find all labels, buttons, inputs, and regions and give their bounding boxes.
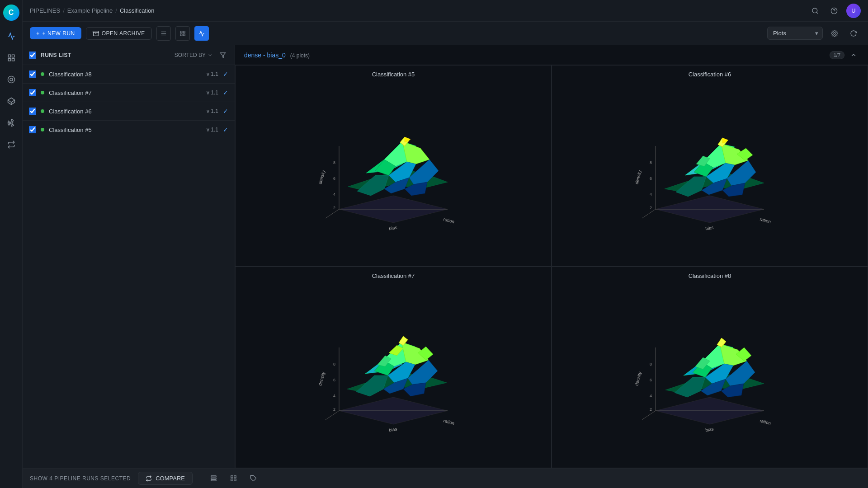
run-8-checkbox[interactable] <box>29 70 36 78</box>
runs-panel: RUNS LIST SORTED BY Classification #8 <box>23 45 235 468</box>
help-icon[interactable] <box>827 4 841 18</box>
run-6-version: v 1.1 <box>207 108 218 114</box>
plot-7-canvas: 2 4 6 8 bias ration density <box>236 281 551 468</box>
refresh-icon[interactable] <box>846 26 861 41</box>
run-6-status-dot <box>41 109 44 113</box>
run-8-status-dot <box>41 72 44 76</box>
filter-icon[interactable] <box>217 50 228 61</box>
plots-header: dense - bias_0 (4 plots) 1/7 <box>235 45 868 65</box>
sidebar-item-experiments[interactable] <box>5 52 18 64</box>
run-5-check-icon: ✓ <box>223 126 228 133</box>
svg-rect-2 <box>12 59 14 61</box>
app-logo[interactable]: C <box>3 5 19 21</box>
settings-icon[interactable] <box>827 26 842 41</box>
new-run-plus-icon: + <box>36 30 40 37</box>
plot-cell-classification-8[interactable]: Classification #8 <box>552 267 868 468</box>
breadcrumb-sep1: / <box>63 7 65 14</box>
svg-text:ration: ration <box>759 216 771 224</box>
svg-rect-20 <box>183 34 185 36</box>
svg-rect-127 <box>231 479 233 481</box>
bottom-grid-icon[interactable] <box>227 472 240 485</box>
plot-6-canvas: 2 4 6 8 bias ration density <box>552 80 868 266</box>
svg-text:8: 8 <box>650 362 652 366</box>
svg-rect-126 <box>234 479 236 481</box>
svg-line-10 <box>816 12 818 14</box>
svg-rect-13 <box>93 31 99 32</box>
svg-text:density: density <box>317 371 326 386</box>
plot-6-title: Classification #6 <box>552 66 868 80</box>
sidebar-item-plugins[interactable] <box>5 117 18 129</box>
view-grid-button[interactable] <box>175 26 190 41</box>
sidebar-item-pipelines[interactable] <box>5 30 18 42</box>
svg-text:density: density <box>317 169 326 184</box>
svg-rect-3 <box>8 59 10 61</box>
svg-text:ration: ration <box>443 418 455 426</box>
run-7-checkbox[interactable] <box>29 89 36 96</box>
sorted-by-label: SORTED BY <box>175 52 206 58</box>
run-7-name: Classification #7 <box>49 89 202 96</box>
runs-list-title: RUNS LIST <box>41 52 170 58</box>
svg-rect-121 <box>211 476 216 477</box>
toolbar-right: Plots Metrics Hyperparams <box>767 26 861 41</box>
run-5-checkbox[interactable] <box>29 126 36 133</box>
main-content: PIPELINES / Example Pipeline / Classific… <box>23 0 868 488</box>
open-archive-button[interactable]: OPEN ARCHIVE <box>86 27 152 40</box>
bottom-divider <box>200 473 200 484</box>
run-6-name: Classification #6 <box>49 108 202 115</box>
svg-line-113 <box>642 411 656 420</box>
run-5-version: v 1.1 <box>207 127 218 133</box>
runs-list-header: RUNS LIST SORTED BY <box>23 45 235 65</box>
compare-label: COMPARE <box>156 475 185 482</box>
run-item[interactable]: Classification #6 v 1.1 ✓ <box>23 102 235 121</box>
user-avatar[interactable]: U <box>846 4 861 18</box>
sidebar-item-datasets[interactable] <box>5 95 18 108</box>
sidebar-item-models[interactable] <box>5 73 18 86</box>
bottom-list-icon[interactable] <box>208 472 220 485</box>
sorted-by-chevron-icon <box>208 52 213 58</box>
svg-text:bias: bias <box>705 426 714 432</box>
run-item[interactable]: Classification #8 v 1.1 ✓ <box>23 65 235 84</box>
plot-cell-classification-6[interactable]: Classification #6 <box>552 65 868 267</box>
svg-point-5 <box>10 78 13 81</box>
svg-point-9 <box>812 8 817 13</box>
run-6-checkbox[interactable] <box>29 108 36 115</box>
svg-line-39 <box>326 209 339 218</box>
toolbar-left: + + NEW RUN OPEN ARCHIVE <box>30 26 209 41</box>
plot-8-title: Classification #8 <box>552 267 868 281</box>
plots-layout-badge[interactable]: 1/7 <box>830 51 844 59</box>
plots-controls: 1/7 <box>830 50 859 61</box>
svg-text:4: 4 <box>650 394 652 398</box>
plot-cell-classification-7[interactable]: Classification #7 <box>235 267 552 468</box>
run-8-name: Classification #8 <box>49 71 202 78</box>
breadcrumb-current: Classification <box>120 7 155 14</box>
bottom-tag-icon[interactable] <box>247 472 260 485</box>
svg-text:2: 2 <box>650 206 652 210</box>
svg-point-22 <box>834 33 835 34</box>
plots-grid: Classification #5 <box>235 65 868 468</box>
svg-text:bias: bias <box>388 225 397 231</box>
svg-text:4: 4 <box>333 394 335 398</box>
breadcrumb-pipelines[interactable]: PIPELINES <box>30 7 60 14</box>
plots-collapse-icon[interactable] <box>848 50 859 61</box>
plot-cell-classification-5[interactable]: Classification #5 <box>235 65 552 267</box>
run-8-version: v 1.1 <box>207 71 218 77</box>
new-run-button[interactable]: + + NEW RUN <box>30 27 81 39</box>
view-chart-button[interactable] <box>194 26 209 41</box>
svg-text:6: 6 <box>650 176 652 181</box>
breadcrumb-pipeline[interactable]: Example Pipeline <box>67 7 113 14</box>
svg-text:6: 6 <box>650 378 652 382</box>
svg-rect-0 <box>8 55 10 57</box>
run-item[interactable]: Classification #7 v 1.1 ✓ <box>23 84 235 102</box>
view-list-button[interactable] <box>156 26 171 41</box>
select-all-checkbox[interactable] <box>29 52 36 59</box>
plots-select[interactable]: Plots Metrics Hyperparams <box>767 27 823 40</box>
sorted-by-button[interactable]: SORTED BY <box>175 52 213 58</box>
sidebar-item-compare[interactable] <box>5 138 18 151</box>
plot-8-svg: 2 4 6 8 bias ration density <box>628 307 791 442</box>
plots-select-wrapper: Plots Metrics Hyperparams <box>767 27 823 40</box>
content-area: RUNS LIST SORTED BY Classification #8 <box>23 45 868 468</box>
search-icon[interactable] <box>808 4 822 18</box>
compare-button[interactable]: COMPARE <box>138 472 193 485</box>
run-item[interactable]: Classification #5 v 1.1 ✓ <box>23 121 235 139</box>
svg-text:density: density <box>634 371 642 386</box>
